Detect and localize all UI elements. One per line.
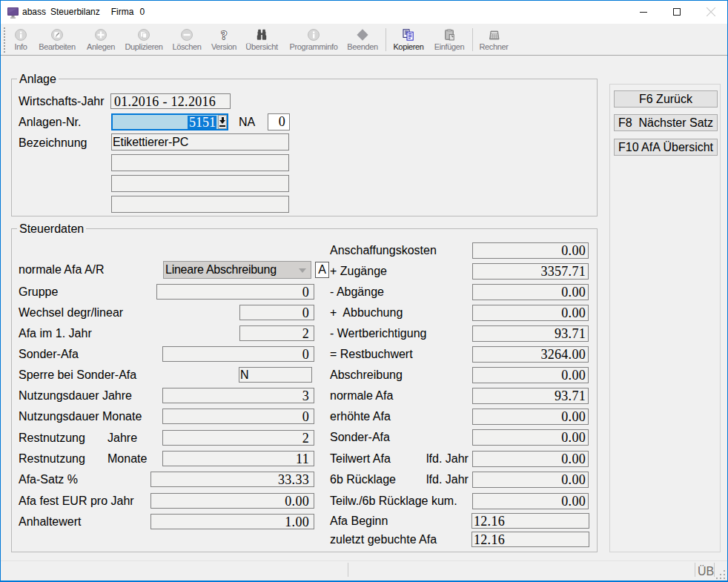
svg-text:?: ? [221,29,227,41]
